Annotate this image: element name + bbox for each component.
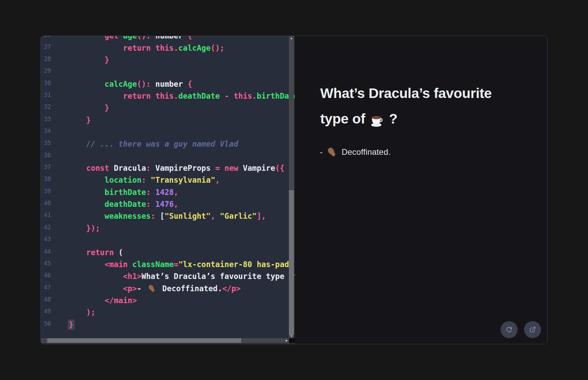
line-number: 50 [44,320,51,327]
line-number: 39 [44,188,51,195]
line-number: 32 [44,103,51,110]
code-text: ); [68,308,95,317]
code-line[interactable]: 44 return ( [41,248,289,260]
code-line[interactable]: 48 </main> [41,296,289,308]
code-text: get age(): number { [68,36,192,40]
line-number: 47 [44,284,51,291]
scrollbar-corner [289,338,295,343]
code-text: birthDate: 1428, [68,188,178,197]
line-number: 41 [44,212,51,218]
code-line[interactable]: 43 [41,236,289,248]
line-number: 36 [44,152,51,159]
heading-line-2-text: type of [320,106,365,132]
code-line[interactable]: 37 const Dracula: VampireProps = new Vam… [41,164,289,176]
scroll-down-icon[interactable]: ▼ [289,334,294,338]
code-line[interactable]: 49 ); [41,308,289,320]
code-line[interactable]: 41 weaknesses: ["Sunlight", "Garlic"], [41,212,289,224]
code-text: } [68,103,109,112]
code-text: } [68,55,109,64]
code-line[interactable]: 26 get age(): number { [41,36,289,44]
horizontal-scrollbar[interactable]: ◄ ► [41,338,289,343]
line-number: 29 [44,67,51,74]
code-line[interactable]: 36 [41,152,289,164]
code-line[interactable]: 29 [41,67,289,79]
answer-dash: - [320,147,323,157]
heading-question-mark: ? [389,106,397,132]
code-text: </main> [68,296,137,305]
code-line[interactable]: 38 location: "Transylvania", [41,176,289,187]
horizontal-scrollbar-thumb[interactable] [47,338,241,343]
code-line[interactable]: 46 <h1>What’s Dracula’s favourite type o… [41,272,289,284]
preview-heading: What’s Dracula’s favourite type of ? [320,81,531,132]
code-text: return this.deathDate - this.birthDate; [68,92,295,100]
heading-line-1: What’s Dracula’s favourite [320,81,531,106]
line-number: 46 [44,272,51,279]
vertical-scrollbar[interactable]: ▲ ▼ [289,36,294,338]
open-external-button[interactable] [524,321,541,338]
code-text: <h1>What’s Dracula’s favourite type of [68,272,295,281]
line-number: 27 [44,44,51,50]
vertical-scrollbar-thumb[interactable] [289,190,294,335]
code-line[interactable]: 27 return this.calcAge(); [41,44,289,55]
line-number: 30 [44,80,51,86]
code-text: deathDate: 1476, [68,200,178,209]
line-number: 49 [44,308,51,315]
line-number: 35 [44,139,51,146]
code-text: location: "Transylvania", [68,176,220,184]
code-text: const Dracula: VampireProps = new Vampir… [68,164,284,172]
preview-pane: What’s Dracula’s favourite type of ? - D [295,36,547,344]
line-number: 44 [44,248,51,255]
coffee-emoji [369,113,384,128]
code-line[interactable]: 35 // ... there was a guy named Vlad [41,139,289,151]
line-number: 37 [44,164,51,170]
line-number: 42 [44,224,51,231]
line-number: 28 [44,55,51,62]
code-line[interactable]: 33 } [41,116,289,128]
code-line[interactable]: 50} [41,320,289,332]
coffin-emoji [148,284,156,293]
line-number: 48 [44,296,51,303]
code-text: weaknesses: ["Sunlight", "Garlic"], [68,212,266,220]
code-text: <p>- Decoffinated.</p> [68,284,241,293]
line-number: 31 [44,92,51,98]
code-line[interactable]: 31 return this.deathDate - this.birthDat… [41,92,289,103]
refresh-button[interactable] [501,321,518,338]
heading-line-2: type of ? [320,106,531,132]
code-line[interactable]: 28 } [41,55,289,67]
external-link-icon [529,326,536,333]
line-number: 34 [44,128,51,134]
code-editor-pane[interactable]: 26 get age(): number {27 return this.cal… [41,36,295,344]
code-text: return ( [68,248,123,257]
code-text: // ... there was a guy named Vlad [68,139,238,148]
code-line[interactable]: 32 } [41,103,289,115]
preview-answer: - Decoffinated. [320,147,391,157]
code-line[interactable]: 34 [41,128,289,139]
line-number: 26 [44,36,51,38]
scroll-right-icon[interactable]: ► [285,338,288,343]
code-line[interactable]: 30 calcAge(): number { [41,80,289,92]
line-number: 38 [44,176,51,182]
code-text: <main className="lx-container-80 has-pad… [68,260,294,269]
code-line[interactable]: 42 }); [41,224,289,236]
line-number: 43 [44,236,51,243]
code-line[interactable]: 39 birthDate: 1428, [41,188,289,200]
line-number: 45 [44,260,51,267]
code-line[interactable]: 45 <main className="lx-container-80 has-… [41,260,289,272]
code-lines: 26 get age(): number {27 return this.cal… [41,36,289,332]
answer-text: Decoffinated. [342,147,391,157]
refresh-icon [505,326,513,333]
line-number: 40 [44,200,51,206]
code-line[interactable]: 40 deathDate: 1476, [41,200,289,212]
coffin-emoji [327,147,337,157]
code-text: calcAge(): number { [68,80,192,88]
line-number: 33 [44,116,51,122]
code-text: return this.calcAge(); [68,44,225,52]
scroll-left-icon[interactable]: ◄ [42,338,45,343]
scroll-up-icon[interactable]: ▲ [289,36,294,40]
code-line[interactable]: 47 <p>- Decoffinated.</p> [41,284,289,296]
exercise-card: 26 get age(): number {27 return this.cal… [40,36,548,344]
code-text: } [68,320,75,329]
code-text: } [68,116,91,125]
coffin-emoji [327,147,337,157]
code-text: }); [68,224,100,233]
